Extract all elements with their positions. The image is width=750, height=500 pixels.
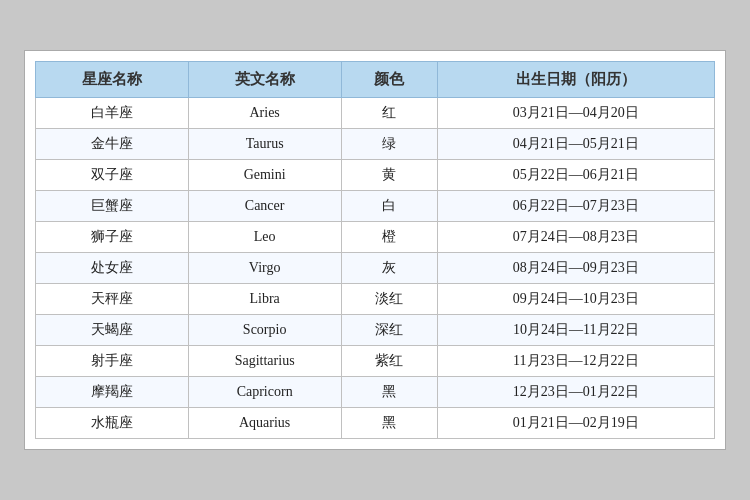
table-cell-r5-c1: Virgo [188,253,341,284]
table-cell-r7-c3: 10月24日—11月22日 [437,315,714,346]
table-row: 射手座Sagittarius紫红11月23日—12月22日 [36,346,715,377]
table-cell-r1-c2: 绿 [341,129,437,160]
column-header-1: 英文名称 [188,62,341,98]
table-cell-r1-c0: 金牛座 [36,129,189,160]
table-row: 处女座Virgo灰08月24日—09月23日 [36,253,715,284]
table-cell-r6-c0: 天秤座 [36,284,189,315]
table-cell-r0-c2: 红 [341,98,437,129]
table-body: 白羊座Aries红03月21日—04月20日金牛座Taurus绿04月21日—0… [36,98,715,439]
table-row: 天蝎座Scorpio深红10月24日—11月22日 [36,315,715,346]
column-header-2: 颜色 [341,62,437,98]
table-cell-r10-c3: 01月21日—02月19日 [437,408,714,439]
table-row: 水瓶座Aquarius黑01月21日—02月19日 [36,408,715,439]
table-row: 金牛座Taurus绿04月21日—05月21日 [36,129,715,160]
table-cell-r1-c1: Taurus [188,129,341,160]
table-cell-r7-c0: 天蝎座 [36,315,189,346]
table-cell-r4-c3: 07月24日—08月23日 [437,222,714,253]
column-header-3: 出生日期（阳历） [437,62,714,98]
table-cell-r4-c1: Leo [188,222,341,253]
table-cell-r3-c3: 06月22日—07月23日 [437,191,714,222]
table-cell-r5-c0: 处女座 [36,253,189,284]
table-row: 巨蟹座Cancer白06月22日—07月23日 [36,191,715,222]
table-cell-r2-c2: 黄 [341,160,437,191]
table-cell-r10-c2: 黑 [341,408,437,439]
table-cell-r9-c3: 12月23日—01月22日 [437,377,714,408]
table-cell-r8-c0: 射手座 [36,346,189,377]
table-cell-r3-c1: Cancer [188,191,341,222]
table-row: 白羊座Aries红03月21日—04月20日 [36,98,715,129]
table-row: 摩羯座Capricorn黑12月23日—01月22日 [36,377,715,408]
table-cell-r10-c0: 水瓶座 [36,408,189,439]
table-cell-r0-c0: 白羊座 [36,98,189,129]
table-cell-r10-c1: Aquarius [188,408,341,439]
table-cell-r9-c2: 黑 [341,377,437,408]
table-row: 狮子座Leo橙07月24日—08月23日 [36,222,715,253]
table-cell-r9-c1: Capricorn [188,377,341,408]
table-cell-r3-c2: 白 [341,191,437,222]
column-header-0: 星座名称 [36,62,189,98]
table-cell-r5-c2: 灰 [341,253,437,284]
table-cell-r9-c0: 摩羯座 [36,377,189,408]
table-row: 双子座Gemini黄05月22日—06月21日 [36,160,715,191]
zodiac-table-wrapper: 星座名称英文名称颜色出生日期（阳历） 白羊座Aries红03月21日—04月20… [24,50,726,450]
table-cell-r7-c2: 深红 [341,315,437,346]
table-cell-r2-c3: 05月22日—06月21日 [437,160,714,191]
table-cell-r3-c0: 巨蟹座 [36,191,189,222]
table-cell-r6-c1: Libra [188,284,341,315]
table-cell-r2-c1: Gemini [188,160,341,191]
table-cell-r2-c0: 双子座 [36,160,189,191]
table-cell-r5-c3: 08月24日—09月23日 [437,253,714,284]
table-cell-r8-c3: 11月23日—12月22日 [437,346,714,377]
table-row: 天秤座Libra淡红09月24日—10月23日 [36,284,715,315]
table-cell-r6-c2: 淡红 [341,284,437,315]
table-cell-r1-c3: 04月21日—05月21日 [437,129,714,160]
table-cell-r4-c0: 狮子座 [36,222,189,253]
table-cell-r8-c2: 紫红 [341,346,437,377]
table-cell-r6-c3: 09月24日—10月23日 [437,284,714,315]
table-cell-r8-c1: Sagittarius [188,346,341,377]
table-header-row: 星座名称英文名称颜色出生日期（阳历） [36,62,715,98]
table-cell-r0-c3: 03月21日—04月20日 [437,98,714,129]
table-cell-r4-c2: 橙 [341,222,437,253]
table-cell-r0-c1: Aries [188,98,341,129]
zodiac-table: 星座名称英文名称颜色出生日期（阳历） 白羊座Aries红03月21日—04月20… [35,61,715,439]
table-cell-r7-c1: Scorpio [188,315,341,346]
